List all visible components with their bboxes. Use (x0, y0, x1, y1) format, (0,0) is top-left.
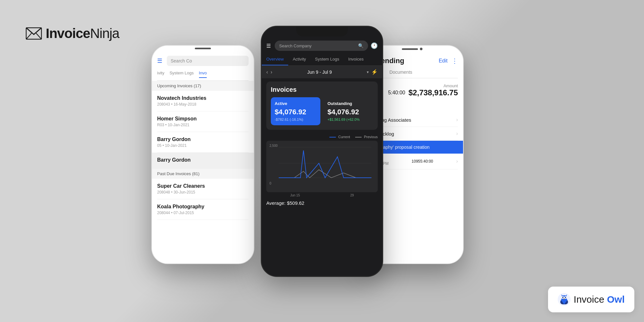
tab-invoices[interactable]: Invoices (344, 53, 368, 65)
tab-activity[interactable]: ivity (157, 71, 164, 78)
next-date-btn[interactable]: › (270, 69, 272, 75)
date-dropdown-icon[interactable]: ▾ (367, 70, 369, 74)
center-phone-screen: ☰ Search Company 🔍 🕐 Overview Activity S… (262, 27, 382, 276)
invoice-stats: Active $4,076.92 -$782.61 (-16.1%) Outst… (271, 97, 373, 125)
tab-system-logs[interactable]: System Logs (310, 53, 344, 65)
tab-activity[interactable]: Activity (288, 53, 310, 65)
center-search-bar[interactable]: Search Company 🔍 (275, 41, 368, 51)
bottom-item-right: 10955:40:00 (412, 159, 433, 164)
hamburger-icon[interactable]: ☰ (157, 57, 162, 64)
invoices-card: Invoices Active $4,076.92 -$782.61 (-16.… (266, 81, 378, 130)
tab-documents[interactable]: Documents (389, 70, 412, 78)
invoices-card-title: Invoices (271, 86, 373, 93)
dots-menu-button[interactable]: ⋮ (451, 57, 458, 65)
right-actions: Edit ⋮ (439, 57, 458, 65)
time-text: 5:40:00 (388, 90, 405, 96)
svg-point-14 (565, 297, 566, 298)
tab-system-logs[interactable]: System Logs (169, 71, 194, 78)
svg-line-1 (26, 33, 32, 39)
left-top-bar: ☰ Search Co (157, 56, 249, 66)
filter-icon[interactable]: ⚡ (371, 69, 378, 75)
previous-legend-dot (355, 137, 362, 137)
legend-current: Current (329, 135, 350, 139)
chart-legend: Current Previous (262, 133, 382, 141)
owl-icon (558, 293, 571, 306)
invoice-owl-text: Invoice Owl (574, 294, 625, 305)
chevron-icon-2: › (456, 131, 458, 137)
date-bar: ‹ › Jun 9 - Jul 9 ▾ ⚡ (262, 66, 382, 78)
left-search-bar[interactable]: Search Co (167, 56, 249, 66)
chart-y-bottom: 0 (270, 182, 271, 185)
left-phone-screen: ☰ Search Co ivity System Logs Invo Upcom… (152, 51, 254, 264)
list-item[interactable]: Novatech Industries 208043 • 16-May-2018 (157, 91, 249, 111)
tab-overview[interactable]: Overview (262, 53, 288, 65)
amount-value: $2,738,916.75 (409, 88, 458, 97)
phone-center: ☰ Search Company 🔍 🕐 Overview Activity S… (261, 26, 383, 277)
phones-container: ☰ Search Co ivity System Logs Invo Upcom… (161, 26, 483, 303)
edit-button[interactable]: Edit (439, 58, 448, 64)
left-phone-camera (152, 46, 254, 51)
center-menu-icon[interactable]: ☰ (266, 43, 271, 49)
left-notch-pill (195, 48, 211, 49)
active-stat-box: Active $4,076.92 -$782.61 (-16.1%) (271, 97, 320, 125)
chevron-icon: › (456, 117, 458, 123)
list-item[interactable]: Homer Simpson R03 • 10-Jan-2021 (157, 111, 249, 132)
upcoming-invoices-header: Upcoming Invoices (17) (152, 81, 254, 91)
phone-left: ☰ Search Co ivity System Logs Invo Upcom… (151, 45, 254, 264)
chart-container: 2,500 0 (266, 141, 378, 192)
chart-x-labels: Jun 15 29 (262, 192, 382, 197)
center-tabs: Overview Activity System Logs Invoices (262, 53, 382, 66)
chart-svg (270, 144, 374, 183)
prev-date-btn[interactable]: ‹ (266, 69, 268, 75)
svg-point-13 (562, 297, 564, 298)
legend-previous: Previous (355, 135, 378, 139)
current-legend-dot (329, 137, 336, 137)
date-range: Jun 9 - Jul 9 (275, 70, 364, 75)
left-tabs: ivity System Logs Invo (157, 71, 249, 81)
invoice-owl-logo: Invoice Owl (548, 287, 634, 312)
svg-line-2 (36, 33, 42, 39)
invoice-ninja-logo: InvoiceNinja (26, 26, 119, 41)
history-icon[interactable]: 🕐 (371, 42, 378, 49)
average-text: Average: $509.62 (262, 197, 382, 209)
outstanding-stat-box: Outstanding $4,076.92 +$1,561.69 (+62.0% (324, 97, 373, 125)
chart-y-top: 2,500 (270, 144, 278, 147)
list-item[interactable]: Barry Gordon 05 • 10-Jan-2021 (157, 132, 249, 153)
tab-invoices[interactable]: Invo (199, 71, 207, 78)
list-item[interactable]: Koala Photography 208044 • 07-Jul-2015 (157, 199, 249, 220)
list-item-highlighted[interactable]: Barry Gordon (152, 153, 254, 169)
envelope-icon (26, 27, 42, 40)
right-notch-pill (402, 48, 418, 50)
logo-text: InvoiceNinja (46, 26, 119, 41)
chevron-icon-3: › (456, 158, 458, 164)
search-icon: 🔍 (358, 43, 364, 48)
right-camera-dot (420, 48, 422, 50)
past-due-header: Past Due Invoices (81) (152, 169, 254, 179)
list-item[interactable]: Super Car Cleaners 208048 • 30-Jun-2015 (157, 179, 249, 199)
center-notch (296, 27, 348, 36)
center-top-bar: ☰ Search Company 🔍 🕐 (262, 38, 382, 53)
